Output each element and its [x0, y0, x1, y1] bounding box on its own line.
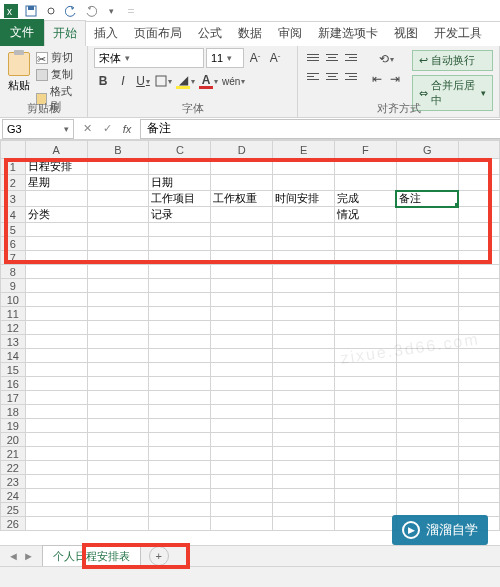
cell[interactable]: 时间安排 — [273, 191, 335, 207]
align-middle-button[interactable] — [323, 48, 341, 66]
align-right-button[interactable] — [342, 67, 360, 85]
cell[interactable] — [396, 377, 458, 391]
cell[interactable] — [458, 363, 499, 377]
cell[interactable] — [149, 159, 211, 175]
cell[interactable] — [396, 251, 458, 265]
tab-scroll-right-icon[interactable]: ► — [23, 550, 34, 562]
row-header[interactable]: 22 — [1, 461, 26, 475]
cell[interactable] — [458, 475, 499, 489]
borders-button[interactable] — [154, 72, 173, 90]
cell[interactable] — [273, 447, 335, 461]
cell[interactable] — [211, 405, 273, 419]
cell[interactable] — [25, 293, 87, 307]
cell[interactable] — [273, 223, 335, 237]
cell[interactable] — [335, 517, 397, 531]
cell[interactable] — [149, 419, 211, 433]
cell[interactable] — [149, 405, 211, 419]
cell[interactable] — [458, 349, 499, 363]
cell[interactable] — [396, 433, 458, 447]
confirm-entry-button[interactable]: ✓ — [98, 120, 116, 138]
cell[interactable] — [335, 223, 397, 237]
cell[interactable] — [87, 307, 149, 321]
cell[interactable] — [25, 517, 87, 531]
cell[interactable] — [149, 265, 211, 279]
cell[interactable] — [396, 391, 458, 405]
underline-button[interactable]: U — [134, 72, 152, 90]
cell[interactable] — [458, 191, 499, 207]
cell[interactable] — [87, 363, 149, 377]
row-header[interactable]: 20 — [1, 433, 26, 447]
cell[interactable] — [149, 349, 211, 363]
align-left-button[interactable] — [304, 67, 322, 85]
cell[interactable] — [211, 503, 273, 517]
cell[interactable] — [87, 335, 149, 349]
cell[interactable] — [211, 321, 273, 335]
col-header[interactable] — [458, 141, 499, 159]
cell[interactable] — [211, 363, 273, 377]
cell[interactable] — [25, 377, 87, 391]
cell[interactable] — [396, 447, 458, 461]
cell[interactable] — [211, 159, 273, 175]
cell[interactable] — [335, 159, 397, 175]
cell[interactable] — [273, 335, 335, 349]
cell[interactable] — [25, 279, 87, 293]
cell[interactable] — [211, 377, 273, 391]
cell[interactable] — [396, 363, 458, 377]
tab-layout[interactable]: 页面布局 — [126, 21, 190, 46]
cell[interactable] — [211, 391, 273, 405]
cell[interactable]: 完成 — [335, 191, 397, 207]
col-header[interactable]: A — [25, 141, 87, 159]
cell[interactable] — [273, 461, 335, 475]
cell[interactable] — [87, 433, 149, 447]
cell[interactable] — [149, 391, 211, 405]
save-icon[interactable] — [24, 4, 38, 18]
tab-newtab[interactable]: 新建选项卡 — [310, 21, 386, 46]
cell[interactable] — [458, 293, 499, 307]
wrap-text-button[interactable]: ↩自动换行 — [412, 50, 493, 71]
cell[interactable] — [273, 489, 335, 503]
cell[interactable] — [149, 503, 211, 517]
cell[interactable] — [458, 279, 499, 293]
cell[interactable] — [396, 321, 458, 335]
tab-dev[interactable]: 开发工具 — [426, 21, 490, 46]
cell[interactable] — [335, 503, 397, 517]
cell[interactable] — [149, 489, 211, 503]
cell[interactable]: 记录 — [149, 207, 211, 223]
row-header[interactable]: 9 — [1, 279, 26, 293]
cell[interactable] — [211, 207, 273, 223]
cell[interactable] — [273, 363, 335, 377]
cell[interactable] — [458, 461, 499, 475]
cell[interactable] — [87, 251, 149, 265]
cell[interactable] — [335, 307, 397, 321]
italic-button[interactable]: I — [114, 72, 132, 90]
cell[interactable]: 工作权重 — [211, 191, 273, 207]
cell[interactable] — [396, 223, 458, 237]
formula-bar[interactable]: 备注 — [140, 119, 500, 139]
cell[interactable] — [25, 391, 87, 405]
cell[interactable] — [87, 237, 149, 251]
cell[interactable] — [458, 237, 499, 251]
align-center-button[interactable] — [323, 67, 341, 85]
cell[interactable] — [273, 279, 335, 293]
cell[interactable] — [25, 503, 87, 517]
cell[interactable] — [273, 475, 335, 489]
cell[interactable] — [25, 447, 87, 461]
cell[interactable] — [396, 489, 458, 503]
cell[interactable] — [87, 159, 149, 175]
cell[interactable] — [149, 223, 211, 237]
cell[interactable] — [87, 503, 149, 517]
cell[interactable] — [211, 237, 273, 251]
cell[interactable] — [335, 405, 397, 419]
font-color-button[interactable]: A — [198, 72, 219, 90]
cell[interactable] — [335, 265, 397, 279]
cell[interactable] — [211, 447, 273, 461]
touch-icon[interactable] — [44, 4, 58, 18]
cell[interactable] — [25, 405, 87, 419]
cell[interactable] — [25, 265, 87, 279]
cell[interactable] — [25, 191, 87, 207]
cell[interactable] — [335, 447, 397, 461]
cell[interactable] — [211, 475, 273, 489]
phonetic-button[interactable]: wén — [221, 72, 246, 90]
cell[interactable] — [211, 265, 273, 279]
cell[interactable] — [149, 237, 211, 251]
